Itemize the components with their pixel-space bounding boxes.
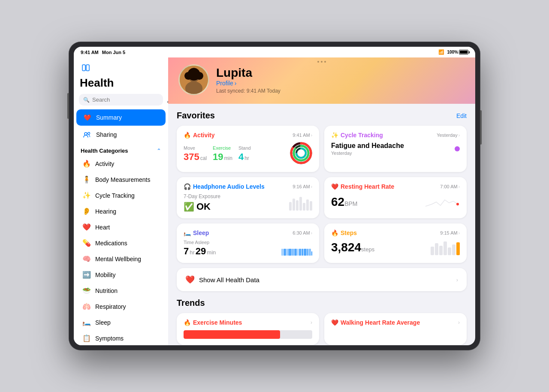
activity-card-title: 🔥 Activity — [184, 132, 215, 139]
respiratory-label: Respiratory — [95, 303, 126, 310]
heart-rate-card-header: ❤️ Resting Heart Rate 7:00 AM › — [331, 183, 460, 190]
sidebar-item-summary[interactable]: ❤️ Summary — [76, 109, 166, 126]
profile-name: Lupita — [216, 66, 465, 80]
favorites-grid-row2: 🎧 Headphone Audio Levels 9:16 AM › — [177, 177, 467, 218]
sidebar-item-heart[interactable]: ❤️ Heart — [76, 220, 166, 235]
status-time: 9:41 AM — [81, 50, 99, 55]
walking-trend-chevron-icon: › — [458, 320, 460, 326]
activity-label: Activity — [95, 160, 114, 167]
svg-point-3 — [88, 133, 90, 135]
cycle-symptom-title: Fatigue and Headache — [331, 142, 404, 150]
steps-bar-4 — [443, 241, 447, 255]
walking-trend-header: ❤️ Walking Heart Rate Average › — [331, 319, 460, 326]
exercise-trend-chevron-icon: › — [311, 320, 312, 326]
activity-icon: 🔥 — [82, 160, 91, 168]
app-layout: Health 🔍 🎤 ❤️ Summary — [74, 57, 475, 345]
exercise-trend-header: 🔥 Exercise Minutes › — [184, 319, 312, 326]
walking-trend-title: ❤️ Walking Heart Rate Average — [331, 319, 420, 326]
walking-heart-rate-trend-card[interactable]: ❤️ Walking Heart Rate Average › — [324, 313, 467, 345]
sidebar-item-activity[interactable]: 🔥 Activity — [76, 156, 166, 171]
steps-display: 3,824steps — [331, 241, 374, 254]
sleep-block-6 — [294, 249, 297, 256]
sleep-block-5 — [292, 249, 294, 256]
sidebar-item-mobility[interactable]: ➡️ Mobility — [76, 267, 166, 282]
bar-col-1 — [289, 202, 292, 211]
steps-card-time: 9:15 AM › — [440, 230, 460, 235]
main-content: Lupita Profile › Last synced: 9:41 AM To… — [168, 57, 475, 345]
steps-bar-1 — [431, 247, 434, 255]
sleep-block-12 — [309, 249, 311, 256]
search-input[interactable] — [92, 96, 164, 103]
heart-icon: ❤️ — [82, 223, 91, 231]
show-all-button[interactable]: ❤️ Show All Health Data › — [177, 268, 467, 291]
bar-col-4 — [299, 197, 302, 211]
sidebar-item-sharing[interactable]: Sharing — [76, 127, 166, 143]
mobility-icon: ➡️ — [82, 271, 91, 279]
sidebar-item-hearing[interactable]: 👂 Hearing — [76, 204, 166, 219]
battery-fill — [460, 51, 468, 54]
nutrition-label: Nutrition — [95, 287, 118, 294]
headphone-card[interactable]: 🎧 Headphone Audio Levels 9:16 AM › — [177, 177, 319, 218]
activity-rings — [290, 142, 312, 166]
sidebar-item-sleep[interactable]: 🛏️ Sleep — [76, 315, 166, 330]
sidebar-item-symptoms[interactable]: 📋 Symptoms — [76, 331, 166, 345]
steps-bar-6 — [452, 244, 455, 255]
top-bar-dot-1 — [317, 61, 319, 63]
exercise-unit: min — [224, 155, 232, 161]
svg-point-17 — [456, 203, 459, 205]
nutrition-icon: 🥗 — [82, 286, 91, 295]
bar-col-3 — [296, 200, 299, 211]
bar-col-7 — [310, 201, 312, 211]
svg-point-6 — [185, 81, 202, 95]
sleep-card[interactable]: 🛏️ Sleep 6:30 AM › Time Aslee — [177, 223, 319, 263]
sidebar-item-cycle-tracking[interactable]: ✨ Cycle Tracking — [76, 188, 166, 203]
search-bar[interactable]: 🔍 🎤 — [79, 94, 163, 106]
cycle-dot-indicator — [455, 146, 460, 151]
exercise-value: 19 — [213, 151, 223, 163]
top-bar — [168, 61, 475, 63]
sidebar-item-respiratory[interactable]: 🫁 Respiratory — [76, 299, 166, 314]
heart-rate-chevron-icon: › — [459, 184, 460, 189]
categories-chevron[interactable]: ⌃ — [157, 148, 161, 154]
steps-card[interactable]: 🔥 Steps 9:15 AM › 3,824steps — [324, 223, 467, 263]
edit-button[interactable]: Edit — [456, 112, 467, 119]
activity-card-header: 🔥 Activity 9:41 AM › — [184, 132, 312, 139]
heart-rate-card[interactable]: ❤️ Resting Heart Rate 7:00 AM › — [324, 177, 467, 218]
sidebar-toggle-button[interactable] — [81, 63, 91, 73]
stand-unit: hr — [244, 155, 249, 161]
heart-rate-card-body: 62BPM — [331, 193, 460, 211]
steps-bar-chart — [431, 240, 460, 255]
steps-bar-5 — [448, 247, 451, 255]
sleep-duration: Time Asleep 7 hr 29 min — [184, 240, 216, 257]
headphone-status-info: 7-Day Exposure ✅ OK — [184, 193, 220, 212]
cycle-tracking-label: Cycle Tracking — [95, 192, 135, 199]
sleep-block-13 — [311, 251, 312, 256]
profile-sync: Last synced: 9:41 AM Today — [216, 88, 465, 94]
sleep-block-9 — [302, 249, 303, 256]
bpm-unit: BPM — [344, 200, 357, 207]
sidebar-item-body-measurements[interactable]: 🧍 Body Measurements — [76, 172, 166, 187]
sleep-block-4 — [288, 249, 292, 256]
favorites-title: Favorites — [177, 111, 215, 121]
cycle-card-body: Fatigue and Headache Yesterday — [331, 142, 460, 156]
trends-title: Trends — [177, 298, 205, 308]
mental-wellbeing-label: Mental Wellbeing — [95, 256, 141, 262]
exercise-minutes-trend-card[interactable]: 🔥 Exercise Minutes › — [177, 313, 319, 345]
exercise-metric: Exercise 19 min — [213, 145, 232, 163]
device-screen: 9:41 AM Mon Jun 5 📶 100% — [74, 47, 475, 345]
bpm-value: 62 — [331, 195, 344, 208]
profile-link[interactable]: Profile › — [216, 80, 465, 87]
cycle-card-time: Yesterday › — [437, 133, 460, 138]
sharing-label: Sharing — [96, 131, 117, 138]
activity-card[interactable]: 🔥 Activity 9:41 AM › — [177, 126, 319, 172]
sleep-card-body: Time Asleep 7 hr 29 min — [184, 240, 312, 257]
steps-card-title: 🔥 Steps — [331, 229, 357, 236]
sidebar-app-title: Health — [80, 76, 114, 89]
sidebar-item-medications[interactable]: 💊 Medications — [76, 235, 166, 250]
cycle-tracking-card[interactable]: ✨ Cycle Tracking Yesterday › F — [324, 126, 467, 172]
favorites-header: Favorites Edit — [177, 111, 467, 121]
sidebar-item-mental-wellbeing[interactable]: 🧠 Mental Wellbeing — [76, 251, 166, 266]
sidebar-item-nutrition[interactable]: 🥗 Nutrition — [76, 283, 166, 298]
status-bar-left: 9:41 AM Mon Jun 5 — [81, 50, 125, 55]
top-bar-dot-2 — [321, 61, 323, 63]
